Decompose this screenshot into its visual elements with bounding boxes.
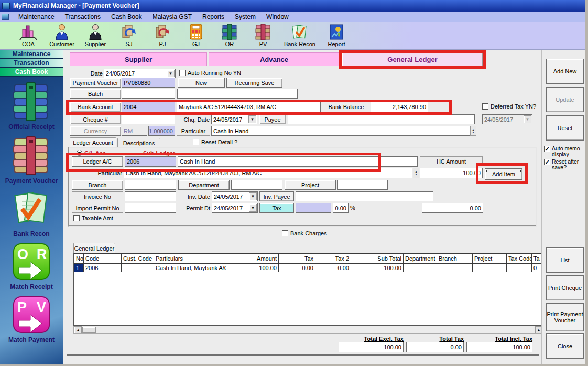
sidebar-item-official-receipt[interactable]: Official Receipt — [0, 82, 63, 131]
chq-date-dropdown-arrow[interactable]: ▼ — [248, 115, 256, 123]
toolbar-item-customer[interactable]: Customer — [45, 23, 79, 47]
inv-payee-button[interactable]: Inv. Payee — [259, 191, 294, 201]
invoice-no-input[interactable] — [125, 191, 176, 201]
inv-payee-input[interactable] — [296, 191, 433, 201]
ledger-ac-code-input[interactable]: 2006 — [125, 156, 176, 167]
update-button[interactable]: Update — [546, 87, 584, 112]
tab-descriptions[interactable]: Descriptions — [117, 138, 160, 147]
payee-input[interactable] — [288, 114, 475, 124]
col-department[interactable]: Department — [404, 254, 437, 264]
list-button[interactable]: List — [546, 247, 584, 273]
sidebar-item-payment-voucher[interactable]: Payment Voucher — [0, 136, 63, 185]
bank-account-name-field[interactable]: Maybank A/C:512044434703, RM A/C — [177, 102, 321, 112]
menu-transactions[interactable]: Transactions — [60, 12, 106, 21]
cell-project[interactable] — [473, 264, 507, 272]
reset-detail-checkbox[interactable] — [193, 139, 199, 145]
add-new-button[interactable]: Add New — [546, 59, 584, 84]
batch-name-field[interactable] — [177, 89, 298, 99]
col-tax[interactable]: Tax — [279, 254, 315, 264]
auto-running-checkbox[interactable] — [179, 70, 186, 76]
scroll-thumb[interactable] — [82, 327, 96, 333]
hc-amount-input[interactable]: 100.00 — [420, 168, 483, 178]
cell-department[interactable] — [404, 264, 437, 272]
inv-date-input[interactable]: 24/05/2017▼ — [212, 191, 258, 201]
col-code[interactable]: Code — [84, 254, 122, 264]
sidebar-item-match-payment[interactable]: PV Match Payment — [0, 296, 63, 343]
toolbar-item-pv[interactable]: PV — [246, 23, 280, 47]
col-branch[interactable]: Branch — [437, 254, 473, 264]
detail-particular-input[interactable]: Cash In Hand, Maybank A/C:512044434703, … — [124, 168, 412, 178]
menu-system[interactable]: System — [230, 12, 261, 21]
ledger-ac-name-field[interactable]: Cash In Hand — [178, 156, 418, 167]
col-amount[interactable]: Amount — [226, 254, 279, 264]
permit-dt-dropdown-arrow[interactable]: ▼ — [249, 204, 257, 212]
col-no[interactable]: No — [74, 254, 84, 264]
toolbar-item-report[interactable]: Report — [320, 23, 353, 47]
recurring-save-button[interactable]: Recurring Save — [226, 78, 282, 88]
particular-input[interactable]: Cash In Hand — [211, 126, 470, 136]
col-sub-total[interactable]: Sub Total — [351, 254, 404, 264]
payee-button[interactable]: Payee — [259, 114, 286, 124]
menu-maintenance[interactable]: Maintenance — [13, 12, 60, 21]
toolbar-item-or[interactable]: OR — [213, 23, 246, 47]
sidebar-section-cash-book[interactable]: Cash Book — [0, 68, 63, 77]
project-input[interactable] — [337, 180, 388, 190]
toolbar-item-coa[interactable]: COA — [12, 23, 45, 47]
close-button[interactable]: Close — [546, 333, 584, 359]
cell-cust-code[interactable] — [122, 264, 154, 272]
project-button[interactable]: Project — [285, 180, 336, 190]
toolbar-item-supplier[interactable]: Supplier — [79, 23, 112, 47]
detail-particular-spinner[interactable]: ▲▼ — [413, 168, 419, 178]
import-permit-input[interactable] — [125, 203, 176, 213]
auto-memo-checkbox[interactable] — [544, 146, 550, 152]
menu-cash-book[interactable]: Cash Book — [106, 12, 147, 21]
new-button[interactable]: New — [178, 78, 225, 88]
cell-tax2[interactable]: 0.00 — [315, 264, 351, 272]
col-tax2[interactable]: Tax 2 — [315, 254, 351, 264]
print-payment-voucher-button[interactable]: Print Payment Voucher — [546, 303, 584, 331]
department-input[interactable] — [231, 180, 282, 190]
payment-voucher-button[interactable]: Payment Voucher — [70, 78, 121, 88]
cell-code[interactable]: 2006 — [84, 264, 122, 272]
reset-after-save-checkbox[interactable] — [544, 159, 550, 165]
permit-dt-input[interactable]: 24/05/2017▼ — [212, 203, 258, 213]
col-particulars[interactable]: Particulars — [154, 254, 226, 264]
cheque-button[interactable]: Cheque # — [70, 114, 121, 124]
batch-button[interactable]: Batch — [70, 89, 121, 99]
bank-account-code-input[interactable]: 2004 — [122, 102, 175, 112]
cell-tax-code[interactable] — [507, 264, 532, 272]
batch-input[interactable] — [122, 89, 175, 99]
col-project[interactable]: Project — [473, 254, 507, 264]
col-tax-code[interactable]: Tax Code — [507, 254, 532, 264]
deferred-tax-checkbox[interactable] — [482, 103, 488, 110]
bank-account-button[interactable]: Bank Account — [70, 102, 121, 112]
tax-rate-field[interactable]: 0.00 — [333, 203, 349, 213]
cell-tax[interactable]: 0.00 — [279, 264, 315, 272]
toolbar-item-gj[interactable]: GJ — [179, 23, 213, 47]
sidebar-item-match-receipt[interactable]: OR Match Receipt — [0, 243, 63, 290]
cell-amount[interactable]: 100.00 — [226, 264, 279, 272]
toolbar-item-sj[interactable]: SJ — [112, 23, 146, 47]
date-input[interactable]: 24/05/2017▼ — [104, 69, 176, 78]
tab-supplier[interactable]: Supplier — [70, 52, 207, 66]
table-h-scrollbar[interactable]: ◂ ▸ — [73, 326, 543, 334]
tax-code-input[interactable] — [296, 203, 331, 213]
cell-branch[interactable] — [437, 264, 473, 272]
scroll-left-arrow[interactable]: ◂ — [74, 326, 82, 333]
reset-button[interactable]: Reset — [546, 115, 584, 141]
inv-date-dropdown-arrow[interactable]: ▼ — [249, 192, 257, 200]
sidebar-section-transaction[interactable]: Transaction — [0, 59, 63, 68]
branch-input[interactable] — [125, 180, 176, 190]
taxable-amt-checkbox[interactable] — [73, 215, 80, 221]
particular-spinner[interactable]: ▲▼ — [470, 126, 476, 136]
cell-particulars[interactable]: Cash In Hand, Maybank A/C — [154, 264, 226, 272]
sidebar-item-bank-recon[interactable]: Bank Recon — [0, 190, 63, 238]
cell-no[interactable]: 1 — [74, 264, 84, 272]
tab-general-ledger[interactable]: General Ledger — [342, 52, 483, 67]
add-item-button[interactable]: Add Item — [485, 168, 522, 180]
department-button[interactable]: Department — [178, 180, 230, 190]
table-row[interactable]: 1 2006 Cash In Hand, Maybank A/C 100.00 … — [74, 264, 543, 272]
toolbar-item-bank-recon[interactable]: Bank Recon — [280, 23, 320, 47]
tax-button[interactable]: Tax — [259, 203, 294, 213]
toolbar-item-pj[interactable]: PJ — [146, 23, 179, 47]
